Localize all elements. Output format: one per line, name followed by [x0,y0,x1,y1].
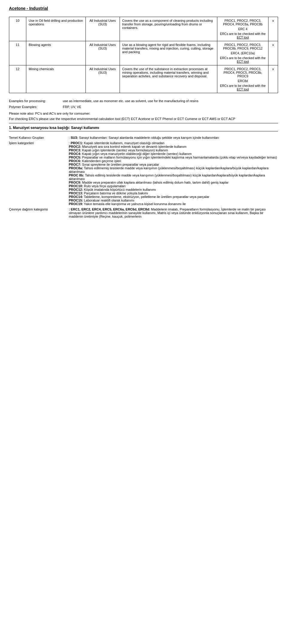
row-industrial: All Industrial Uses (SU3) [86,65,120,93]
row-industrial: All Industrial Uses (SU3) [86,41,120,65]
table-row: 12 Mining chemicals All Industrial Uses … [9,65,278,93]
processing-label: Examples for processing: [9,99,57,103]
section-divider [9,123,278,123]
note-line2: For checking ERC's please use the respec… [9,117,278,121]
table-row: 10 Use in Oil field drilling and product… [9,17,278,41]
info-label: Çevreye dağılım kategorisi [9,207,69,219]
page-title: Acetone - Industrial [9,6,278,11]
notes-section: Please note also: PC's and AC's are only… [9,112,278,121]
row-num: 12 [9,65,26,93]
row-industrial: All Industrial Uses (SU3) [86,17,120,41]
row-description: Covers the use of the substance in extra… [120,65,217,93]
section-header: 1. Maruziyet senaryosu kısa başlığı: San… [9,126,278,131]
section-number: 1. [9,126,12,130]
info-content: : PROC1: Kapalı sitemlerde kullanım, mar… [69,140,278,207]
table-row: 11 Blowing agents All Industrial Uses (S… [9,41,278,65]
row-use: Mining chemicals [26,65,86,93]
section-title: Maruziyet senaryosu kısa başlığı: Sanayi… [13,126,99,130]
polymer-label: Polymer Examples: [9,105,57,109]
info-row: Temel Kullanıcı Grupları: SU3: Sanayi ku… [9,135,278,140]
note-line1: Please note also: PC's and AC's are only… [9,112,278,115]
row-proc: PROC1, PROC2, PROC3, PROC8b, PROC9, PROC… [217,41,268,65]
info-label: Temel Kullanıcı Grupları [9,135,69,140]
info-content: : SU3: Sanayi kullanımları: Sanayi alanl… [69,135,278,140]
polymer-value: FRP, UV, VE [63,105,81,109]
examples-section: Examples for processing: use as intermed… [9,99,278,109]
info-label: İşlem kategorileri [9,140,69,207]
row-proc: PROC1, PROC2, PROC3, PROC4, PROC5, PROC8… [217,65,268,93]
row-proc: PROC1, PROC2, PROC3, PROC4, PROC8a, PROC… [217,17,268,41]
info-row: İşlem kategorileri: PROC1: Kapalı siteml… [9,140,278,207]
row-description: Use as a blowing agent for rigid and fle… [120,41,217,65]
row-num: 11 [9,41,26,65]
row-x: x [268,17,278,41]
row-x: x [268,65,278,93]
row-description: Covers the use as a component of cleanin… [120,17,217,41]
main-table: 10 Use in Oil field drilling and product… [9,17,278,93]
info-content: : ERC1, ERC2, ERC4, ERC5, ERC6a, ERC6d, … [69,207,278,219]
row-x: x [268,41,278,65]
info-table: Temel Kullanıcı Grupları: SU3: Sanayi ku… [9,135,278,219]
processing-value: use as intermediate, use as monomer etc.… [63,99,199,103]
info-row: Çevreye dağılım kategorisi: ERC1, ERC2, … [9,207,278,219]
row-use: Blowing agents [26,41,86,65]
row-num: 10 [9,17,26,41]
row-use: Use in Oil field drilling and production… [26,17,86,41]
